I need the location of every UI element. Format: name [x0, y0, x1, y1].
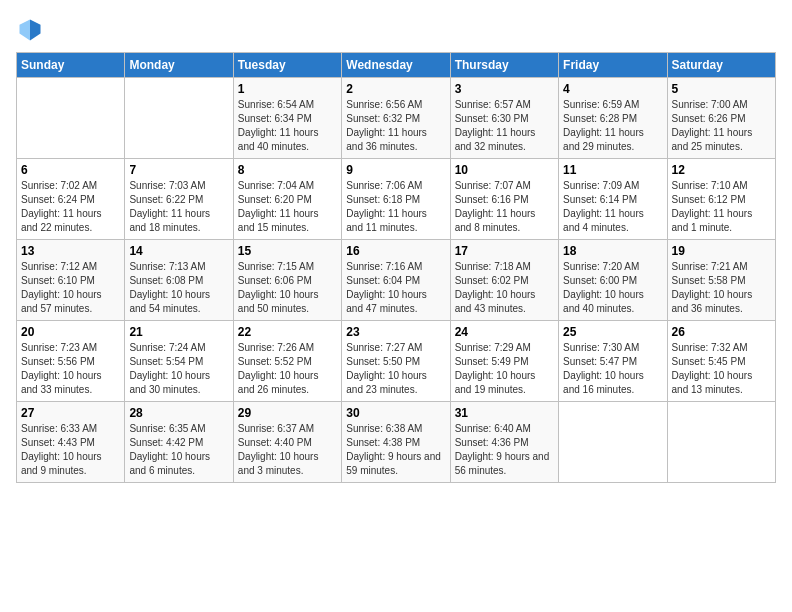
day-number: 18 [563, 244, 662, 258]
day-header-thursday: Thursday [450, 53, 558, 78]
day-number: 28 [129, 406, 228, 420]
week-row-1: 1Sunrise: 6:54 AM Sunset: 6:34 PM Daylig… [17, 78, 776, 159]
day-info: Sunrise: 7:04 AM Sunset: 6:20 PM Dayligh… [238, 179, 337, 235]
calendar-cell: 16Sunrise: 7:16 AM Sunset: 6:04 PM Dayli… [342, 240, 450, 321]
day-header-sunday: Sunday [17, 53, 125, 78]
week-row-2: 6Sunrise: 7:02 AM Sunset: 6:24 PM Daylig… [17, 159, 776, 240]
day-number: 22 [238, 325, 337, 339]
calendar-cell: 2Sunrise: 6:56 AM Sunset: 6:32 PM Daylig… [342, 78, 450, 159]
logo [16, 16, 48, 44]
calendar-cell: 30Sunrise: 6:38 AM Sunset: 4:38 PM Dayli… [342, 402, 450, 483]
day-info: Sunrise: 7:21 AM Sunset: 5:58 PM Dayligh… [672, 260, 771, 316]
day-info: Sunrise: 7:26 AM Sunset: 5:52 PM Dayligh… [238, 341, 337, 397]
day-info: Sunrise: 6:56 AM Sunset: 6:32 PM Dayligh… [346, 98, 445, 154]
day-number: 19 [672, 244, 771, 258]
day-number: 9 [346, 163, 445, 177]
calendar-cell: 27Sunrise: 6:33 AM Sunset: 4:43 PM Dayli… [17, 402, 125, 483]
days-header-row: SundayMondayTuesdayWednesdayThursdayFrid… [17, 53, 776, 78]
logo-icon [16, 16, 44, 44]
day-number: 15 [238, 244, 337, 258]
calendar-cell: 5Sunrise: 7:00 AM Sunset: 6:26 PM Daylig… [667, 78, 775, 159]
calendar-cell: 23Sunrise: 7:27 AM Sunset: 5:50 PM Dayli… [342, 321, 450, 402]
day-number: 30 [346, 406, 445, 420]
day-number: 27 [21, 406, 120, 420]
day-info: Sunrise: 7:13 AM Sunset: 6:08 PM Dayligh… [129, 260, 228, 316]
svg-marker-1 [30, 20, 41, 41]
calendar-cell: 29Sunrise: 6:37 AM Sunset: 4:40 PM Dayli… [233, 402, 341, 483]
day-info: Sunrise: 6:38 AM Sunset: 4:38 PM Dayligh… [346, 422, 445, 478]
day-info: Sunrise: 7:15 AM Sunset: 6:06 PM Dayligh… [238, 260, 337, 316]
day-info: Sunrise: 7:18 AM Sunset: 6:02 PM Dayligh… [455, 260, 554, 316]
page-header [16, 16, 776, 44]
day-info: Sunrise: 6:59 AM Sunset: 6:28 PM Dayligh… [563, 98, 662, 154]
calendar-cell: 25Sunrise: 7:30 AM Sunset: 5:47 PM Dayli… [559, 321, 667, 402]
day-header-tuesday: Tuesday [233, 53, 341, 78]
day-info: Sunrise: 6:37 AM Sunset: 4:40 PM Dayligh… [238, 422, 337, 478]
day-info: Sunrise: 7:29 AM Sunset: 5:49 PM Dayligh… [455, 341, 554, 397]
day-info: Sunrise: 6:33 AM Sunset: 4:43 PM Dayligh… [21, 422, 120, 478]
day-info: Sunrise: 6:40 AM Sunset: 4:36 PM Dayligh… [455, 422, 554, 478]
day-info: Sunrise: 6:35 AM Sunset: 4:42 PM Dayligh… [129, 422, 228, 478]
day-number: 10 [455, 163, 554, 177]
day-number: 6 [21, 163, 120, 177]
calendar-cell: 3Sunrise: 6:57 AM Sunset: 6:30 PM Daylig… [450, 78, 558, 159]
day-info: Sunrise: 7:03 AM Sunset: 6:22 PM Dayligh… [129, 179, 228, 235]
day-number: 21 [129, 325, 228, 339]
week-row-5: 27Sunrise: 6:33 AM Sunset: 4:43 PM Dayli… [17, 402, 776, 483]
day-info: Sunrise: 7:09 AM Sunset: 6:14 PM Dayligh… [563, 179, 662, 235]
calendar-cell: 12Sunrise: 7:10 AM Sunset: 6:12 PM Dayli… [667, 159, 775, 240]
day-header-wednesday: Wednesday [342, 53, 450, 78]
calendar-cell: 19Sunrise: 7:21 AM Sunset: 5:58 PM Dayli… [667, 240, 775, 321]
calendar-cell: 20Sunrise: 7:23 AM Sunset: 5:56 PM Dayli… [17, 321, 125, 402]
day-info: Sunrise: 6:54 AM Sunset: 6:34 PM Dayligh… [238, 98, 337, 154]
day-number: 3 [455, 82, 554, 96]
calendar-cell: 1Sunrise: 6:54 AM Sunset: 6:34 PM Daylig… [233, 78, 341, 159]
calendar-cell: 31Sunrise: 6:40 AM Sunset: 4:36 PM Dayli… [450, 402, 558, 483]
day-number: 29 [238, 406, 337, 420]
day-number: 1 [238, 82, 337, 96]
calendar-cell: 24Sunrise: 7:29 AM Sunset: 5:49 PM Dayli… [450, 321, 558, 402]
day-info: Sunrise: 7:32 AM Sunset: 5:45 PM Dayligh… [672, 341, 771, 397]
day-info: Sunrise: 7:27 AM Sunset: 5:50 PM Dayligh… [346, 341, 445, 397]
week-row-3: 13Sunrise: 7:12 AM Sunset: 6:10 PM Dayli… [17, 240, 776, 321]
day-info: Sunrise: 7:24 AM Sunset: 5:54 PM Dayligh… [129, 341, 228, 397]
day-number: 26 [672, 325, 771, 339]
calendar-cell: 15Sunrise: 7:15 AM Sunset: 6:06 PM Dayli… [233, 240, 341, 321]
day-number: 23 [346, 325, 445, 339]
day-number: 16 [346, 244, 445, 258]
calendar-cell: 18Sunrise: 7:20 AM Sunset: 6:00 PM Dayli… [559, 240, 667, 321]
day-info: Sunrise: 7:12 AM Sunset: 6:10 PM Dayligh… [21, 260, 120, 316]
day-number: 25 [563, 325, 662, 339]
calendar-cell: 9Sunrise: 7:06 AM Sunset: 6:18 PM Daylig… [342, 159, 450, 240]
calendar-cell [559, 402, 667, 483]
calendar-cell: 26Sunrise: 7:32 AM Sunset: 5:45 PM Dayli… [667, 321, 775, 402]
day-number: 7 [129, 163, 228, 177]
day-info: Sunrise: 6:57 AM Sunset: 6:30 PM Dayligh… [455, 98, 554, 154]
calendar-cell: 21Sunrise: 7:24 AM Sunset: 5:54 PM Dayli… [125, 321, 233, 402]
day-info: Sunrise: 7:20 AM Sunset: 6:00 PM Dayligh… [563, 260, 662, 316]
calendar-cell: 28Sunrise: 6:35 AM Sunset: 4:42 PM Dayli… [125, 402, 233, 483]
day-number: 5 [672, 82, 771, 96]
calendar-cell [17, 78, 125, 159]
day-number: 31 [455, 406, 554, 420]
day-header-monday: Monday [125, 53, 233, 78]
day-info: Sunrise: 7:07 AM Sunset: 6:16 PM Dayligh… [455, 179, 554, 235]
calendar-table: SundayMondayTuesdayWednesdayThursdayFrid… [16, 52, 776, 483]
day-number: 24 [455, 325, 554, 339]
week-row-4: 20Sunrise: 7:23 AM Sunset: 5:56 PM Dayli… [17, 321, 776, 402]
calendar-cell [667, 402, 775, 483]
day-number: 17 [455, 244, 554, 258]
calendar-cell: 7Sunrise: 7:03 AM Sunset: 6:22 PM Daylig… [125, 159, 233, 240]
day-info: Sunrise: 7:10 AM Sunset: 6:12 PM Dayligh… [672, 179, 771, 235]
calendar-cell: 17Sunrise: 7:18 AM Sunset: 6:02 PM Dayli… [450, 240, 558, 321]
calendar-cell: 8Sunrise: 7:04 AM Sunset: 6:20 PM Daylig… [233, 159, 341, 240]
day-number: 8 [238, 163, 337, 177]
day-info: Sunrise: 7:16 AM Sunset: 6:04 PM Dayligh… [346, 260, 445, 316]
calendar-cell: 14Sunrise: 7:13 AM Sunset: 6:08 PM Dayli… [125, 240, 233, 321]
day-info: Sunrise: 7:23 AM Sunset: 5:56 PM Dayligh… [21, 341, 120, 397]
day-number: 2 [346, 82, 445, 96]
calendar-cell: 22Sunrise: 7:26 AM Sunset: 5:52 PM Dayli… [233, 321, 341, 402]
calendar-cell: 4Sunrise: 6:59 AM Sunset: 6:28 PM Daylig… [559, 78, 667, 159]
day-number: 14 [129, 244, 228, 258]
day-info: Sunrise: 7:02 AM Sunset: 6:24 PM Dayligh… [21, 179, 120, 235]
